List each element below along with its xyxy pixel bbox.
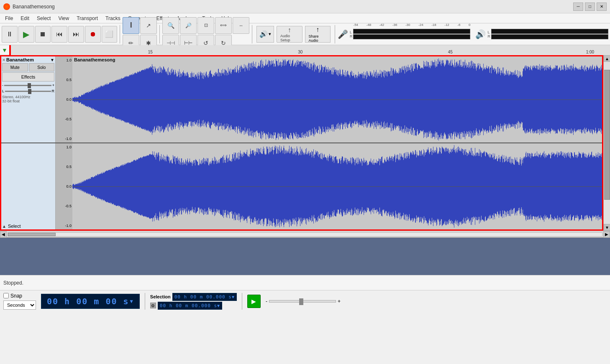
- pan-left-label: L: [2, 89, 4, 93]
- zoom-back-button[interactable]: ↔: [233, 17, 249, 34]
- y-label-05: 0.5: [56, 78, 72, 82]
- minimize-button[interactable]: ─: [573, 3, 583, 11]
- zoom-out-button[interactable]: 🔎: [180, 17, 197, 34]
- audio-setup-label: Audio Setup: [280, 34, 298, 42]
- timeline-ruler[interactable]: 15 30 45 1:00: [9, 45, 610, 55]
- status-bar: Stopped.: [0, 275, 610, 290]
- separator-4: [335, 25, 335, 43]
- separator-1: [120, 25, 120, 43]
- scroll-track-v[interactable]: [604, 62, 610, 224]
- selection-time-1: 00 h 00 m 00.000 s ▼: [172, 293, 237, 301]
- gain-slider[interactable]: [4, 85, 51, 86]
- time-dropdown-icon[interactable]: ▼: [130, 298, 134, 304]
- output-lr-label: LR: [487, 30, 490, 38]
- input-meter-section: 🎤 LR -54 -48 -42 -36 -30 -24 -18 -12: [338, 29, 608, 39]
- scroll-track-h[interactable]: [8, 232, 602, 237]
- close-button[interactable]: ✕: [597, 3, 607, 11]
- separator-3: [252, 25, 252, 43]
- selection-section: Selection 00 h 00 m 00.000 s ▼ ⚙ 00 h 00…: [150, 293, 237, 310]
- meter-label-18i: -18: [431, 23, 436, 27]
- skip-end-button[interactable]: ⏭: [68, 26, 84, 43]
- volume-button[interactable]: 🔊 ▾: [256, 26, 274, 43]
- waveform-top[interactable]: Bananathemesong 1.0 0.5 0.0 -0.5 -1.0: [56, 56, 602, 143]
- snap-checkbox[interactable]: Snap: [3, 293, 36, 299]
- menu-file[interactable]: File: [2, 15, 16, 22]
- track-1: ✕ Bananathem ▼ Mute Solo Effects - +: [1, 56, 602, 143]
- menu-tracks[interactable]: Tracks: [102, 15, 124, 22]
- zoom-sel-button[interactable]: ⊡: [197, 17, 214, 34]
- app-icon: [3, 3, 10, 10]
- gain-minus-label: -: [2, 83, 3, 87]
- gain-control: - +: [2, 83, 54, 87]
- speaker-out-icon: 🔊: [475, 29, 486, 39]
- audio-setup-button[interactable]: ↑ Audio Setup: [277, 26, 302, 43]
- stop-button[interactable]: ⏹: [35, 26, 51, 43]
- center-line-bottom: [72, 186, 602, 187]
- zoom-fit-button[interactable]: ⟺: [215, 17, 232, 34]
- menu-transport[interactable]: Transport: [73, 15, 101, 22]
- menu-edit[interactable]: Edit: [17, 15, 33, 22]
- play-button[interactable]: ▶: [18, 26, 34, 43]
- y2-label-n1: -1.0: [56, 224, 72, 228]
- zoom-in-button[interactable]: 🔍: [162, 17, 179, 34]
- track-2: ▲ Select 1.0 0.5 0.0 -0.5 -1.0: [1, 143, 602, 229]
- speed-thumb[interactable]: [299, 298, 303, 305]
- pause-button[interactable]: ⏸: [2, 26, 18, 43]
- time-display: 00 h 00 m 00 s ▼: [41, 294, 140, 309]
- track-area: ✕ Bananathem ▼ Mute Solo Effects - +: [0, 55, 603, 231]
- time2-dropdown[interactable]: ▼: [217, 303, 220, 308]
- scroll-left-arrow[interactable]: ◀: [0, 231, 7, 238]
- effects-button[interactable]: Effects: [2, 72, 54, 81]
- record-button[interactable]: ⏺: [85, 26, 101, 43]
- pan-slider[interactable]: [5, 91, 51, 92]
- gain-thumb[interactable]: [28, 83, 31, 88]
- waveform-bottom[interactable]: 1.0 0.5 0.0 -0.5 -1.0: [56, 143, 602, 229]
- menu-select[interactable]: Select: [33, 15, 54, 22]
- speed-slider[interactable]: [269, 300, 336, 303]
- time-value: 00 h 00 m 00 s: [47, 296, 129, 306]
- meter-label-6i: -6: [457, 23, 460, 27]
- track-header-2: ▲ Select: [1, 143, 56, 229]
- share-icon: ↑: [316, 26, 319, 33]
- meter-label-0i: 0: [469, 23, 470, 27]
- maximize-button[interactable]: □: [585, 3, 595, 11]
- scroll-thumb-h[interactable]: [8, 233, 56, 236]
- select-button[interactable]: ▲ Select: [2, 224, 54, 229]
- snap-input[interactable]: [3, 293, 9, 298]
- footer-toolbar: Snap Seconds hh:mm:ss Samples Beats 00 h…: [0, 290, 610, 312]
- speed-control: - +: [266, 298, 341, 304]
- select-label: Select: [8, 224, 21, 229]
- timeline-arrow[interactable]: ▼: [0, 47, 9, 53]
- skip-start-button[interactable]: ⏮: [51, 26, 67, 43]
- seconds-select[interactable]: Seconds hh:mm:ss Samples Beats: [3, 300, 36, 310]
- track-collapse-icon[interactable]: ▼: [50, 58, 54, 62]
- scroll-up-arrow[interactable]: ▲: [604, 55, 610, 62]
- scroll-right-arrow[interactable]: ▶: [603, 231, 610, 238]
- snap-section: Snap Seconds hh:mm:ss Samples Beats: [3, 293, 36, 310]
- menu-bar: File Edit Select View Transport Tracks G…: [0, 13, 610, 23]
- center-line-top: [72, 99, 602, 100]
- solo-button[interactable]: Solo: [29, 63, 55, 71]
- scroll-thumb-v[interactable]: [604, 70, 610, 199]
- play-at-speed-button[interactable]: ▶: [247, 295, 261, 308]
- mute-button[interactable]: Mute: [2, 63, 28, 71]
- time1-dropdown[interactable]: ▼: [232, 295, 235, 299]
- meter-label-24: -24: [418, 23, 423, 27]
- mic-icon: 🎤: [338, 29, 348, 39]
- toolbar: ⏸ ▶ ⏹ ⏮ ⏭ ⏺ ⬜ I ↗ ✏ ✱ 🔍 🔎 ⊡ ⟺ ↔ ⊣⊣ ⊢⊢ ↺ …: [0, 23, 610, 45]
- menu-view[interactable]: View: [55, 15, 72, 22]
- window-title: Bananathemesong: [13, 4, 55, 10]
- scroll-down-arrow[interactable]: ▼: [604, 224, 610, 231]
- loop-button[interactable]: ⬜: [102, 26, 118, 43]
- envelope-tool[interactable]: ↗: [140, 17, 157, 34]
- y-label-1: 1.0: [56, 58, 72, 62]
- select-tool[interactable]: I: [123, 17, 139, 34]
- waveform-title: Bananathemesong: [74, 57, 115, 62]
- volume-label: ▾: [269, 31, 271, 37]
- speaker-icon: 🔊: [259, 30, 268, 38]
- track-close-button[interactable]: ✕: [2, 58, 5, 62]
- pan-right-label: R: [52, 89, 55, 93]
- pan-thumb[interactable]: [28, 89, 31, 94]
- gear-icon[interactable]: ⚙: [150, 303, 156, 308]
- share-audio-button[interactable]: ↑ Share Audio: [305, 26, 331, 43]
